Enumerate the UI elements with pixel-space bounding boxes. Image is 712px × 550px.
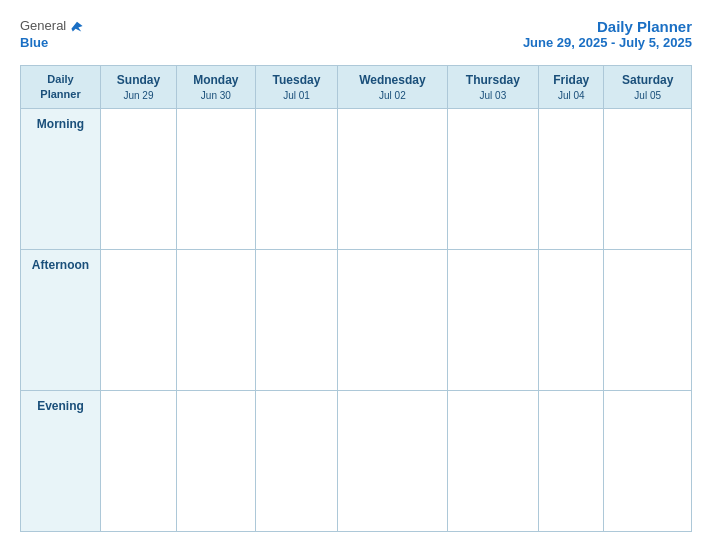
cell-afternoon-saturday[interactable] [604,249,692,390]
header-col-tuesday: TuesdayJul 01 [255,66,337,109]
cell-morning-monday[interactable] [176,108,255,249]
row-evening: Evening [21,390,692,531]
cell-afternoon-friday[interactable] [539,249,604,390]
cell-morning-wednesday[interactable] [338,108,447,249]
title-area: Daily Planner June 29, 2025 - July 5, 20… [523,18,692,50]
header-col-monday: MondayJun 30 [176,66,255,109]
corner-label-line2: Planner [40,88,80,100]
row-label-evening: Evening [21,390,101,531]
cell-evening-monday[interactable] [176,390,255,531]
cell-morning-tuesday[interactable] [255,108,337,249]
header-col-friday: FridayJul 04 [539,66,604,109]
logo-general-text: General [20,18,66,33]
logo-area: General Blue [20,18,84,51]
cell-afternoon-sunday[interactable] [101,249,177,390]
cell-evening-wednesday[interactable] [338,390,447,531]
corner-header: Daily Planner [21,66,101,109]
page-title: Daily Planner [523,18,692,35]
cell-morning-thursday[interactable] [447,108,538,249]
corner-label-line1: Daily [47,73,73,85]
cell-evening-friday[interactable] [539,390,604,531]
header-col-thursday: ThursdayJul 03 [447,66,538,109]
header-col-wednesday: WednesdayJul 02 [338,66,447,109]
header-col-saturday: SaturdayJul 05 [604,66,692,109]
cell-morning-sunday[interactable] [101,108,177,249]
cell-evening-saturday[interactable] [604,390,692,531]
cell-morning-saturday[interactable] [604,108,692,249]
svg-marker-0 [72,21,83,31]
row-afternoon: Afternoon [21,249,692,390]
cell-evening-sunday[interactable] [101,390,177,531]
planner-table: Daily Planner SundayJun 29MondayJun 30Tu… [20,65,692,532]
cell-afternoon-monday[interactable] [176,249,255,390]
logo-bird-icon [70,19,84,33]
cell-morning-friday[interactable] [539,108,604,249]
page-header: General Blue Daily Planner June 29, 2025… [20,18,692,51]
cell-evening-thursday[interactable] [447,390,538,531]
row-morning: Morning [21,108,692,249]
cell-afternoon-tuesday[interactable] [255,249,337,390]
logo-blue-text: Blue [20,35,48,50]
header-col-sunday: SundayJun 29 [101,66,177,109]
row-label-afternoon: Afternoon [21,249,101,390]
cell-evening-tuesday[interactable] [255,390,337,531]
date-range: June 29, 2025 - July 5, 2025 [523,35,692,50]
cell-afternoon-thursday[interactable] [447,249,538,390]
cell-afternoon-wednesday[interactable] [338,249,447,390]
table-header-row: Daily Planner SundayJun 29MondayJun 30Tu… [21,66,692,109]
row-label-morning: Morning [21,108,101,249]
